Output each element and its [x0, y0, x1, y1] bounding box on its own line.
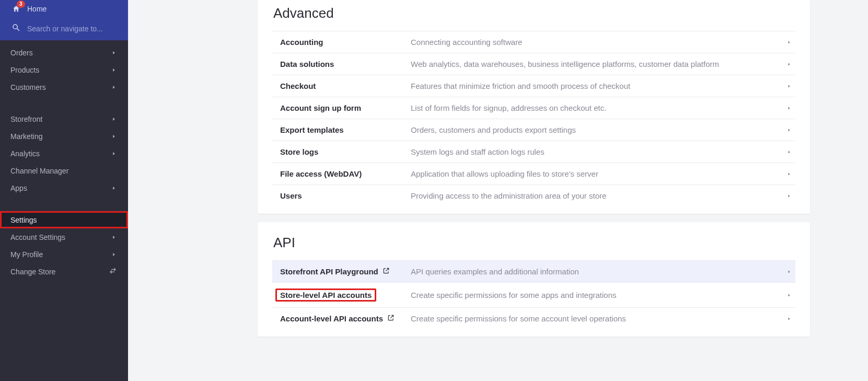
nav-item-label: Settings — [10, 216, 117, 224]
advanced-row-store-logs[interactable]: Store logsSystem logs and staff action l… — [272, 141, 795, 163]
row-desc: Web analytics, data warehouses, business… — [411, 60, 783, 68]
chevron-right-icon — [111, 132, 117, 141]
row-desc: System logs and staff action logs rules — [411, 147, 783, 156]
chevron-right-icon — [111, 115, 117, 123]
advanced-title: Advanced — [272, 5, 795, 31]
search-icon — [11, 23, 27, 34]
chevron-right-icon — [111, 250, 117, 259]
row-title: Export templates — [272, 125, 411, 134]
row-desc: List of form fields for signup, addresse… — [411, 103, 783, 112]
chevron-right-icon — [783, 148, 795, 156]
advanced-row-checkout[interactable]: CheckoutFeatures that minimize friction … — [272, 75, 795, 97]
row-desc: Features that minimize friction and smoo… — [411, 82, 783, 90]
chevron-right-icon — [783, 126, 795, 134]
nav-group-3: SettingsAccount SettingsMy ProfileChange… — [0, 207, 128, 284]
home-icon: 3 — [11, 5, 21, 13]
nav-home-label: Home — [27, 5, 47, 13]
chevron-right-icon — [111, 184, 117, 192]
advanced-row-export-templates[interactable]: Export templatesOrders, customers and pr… — [272, 119, 795, 141]
chevron-right-icon — [783, 292, 795, 299]
search-row[interactable] — [0, 18, 128, 40]
advanced-row-accounting[interactable]: AccountingConnecting accounting software — [272, 31, 795, 53]
chevron-right-icon — [111, 233, 117, 241]
api-title: API — [272, 235, 795, 260]
chevron-right-icon — [111, 49, 117, 57]
row-title: Store logs — [272, 147, 411, 156]
nav-item-label: Marketing — [10, 132, 111, 141]
nav-home[interactable]: 3 Home — [0, 0, 128, 18]
nav-item-label: Customers — [10, 83, 111, 91]
nav-item-change-store[interactable]: Change Store — [0, 263, 128, 280]
row-title: Storefront API Playground — [272, 267, 411, 276]
api-row-account-level-api-accounts[interactable]: Account-level API accountsCreate specifi… — [272, 307, 795, 329]
chevron-right-icon — [111, 83, 117, 91]
search-input[interactable] — [27, 25, 111, 33]
external-link-icon — [383, 267, 390, 276]
advanced-row-account-sign-up-form[interactable]: Account sign up formList of form fields … — [272, 97, 795, 119]
nav-item-customers[interactable]: Customers — [0, 78, 128, 96]
row-title: Store-level API accounts — [272, 288, 411, 302]
row-title: Account-level API accounts — [272, 314, 411, 323]
row-title: Data solutions — [272, 60, 411, 68]
row-desc: API queries examples and additional info… — [411, 267, 783, 276]
nav-group-1: OrdersProductsCustomers — [0, 40, 128, 99]
nav-item-marketing[interactable]: Marketing — [0, 128, 128, 145]
chevron-right-icon — [783, 170, 795, 178]
nav-item-products[interactable]: Products — [0, 61, 128, 78]
notification-badge: 3 — [17, 1, 25, 8]
nav-item-label: Products — [10, 66, 111, 74]
row-title: Accounting — [272, 38, 411, 47]
external-link-icon — [387, 314, 395, 323]
advanced-card: Advanced AccountingConnecting accounting… — [258, 0, 810, 214]
advanced-row-data-solutions[interactable]: Data solutionsWeb analytics, data wareho… — [272, 53, 795, 75]
chevron-right-icon — [783, 192, 795, 200]
chevron-right-icon — [783, 105, 795, 112]
api-row-store-level-api-accounts[interactable]: Store-level API accountsCreate specific … — [272, 282, 795, 307]
nav-item-settings[interactable]: Settings — [0, 211, 128, 228]
nav-item-label: My Profile — [10, 250, 111, 259]
row-desc: Connecting accounting software — [411, 38, 783, 47]
nav-item-label: Storefront — [10, 115, 111, 123]
nav-item-storefront[interactable]: Storefront — [0, 110, 128, 128]
row-title: Account sign up form — [272, 103, 411, 112]
nav-item-label: Change Store — [10, 268, 109, 276]
sidebar: 3 Home OrdersProductsCustomers Storefron… — [0, 0, 128, 381]
row-desc: Orders, customers and products export se… — [411, 125, 783, 134]
nav-item-label: Account Settings — [10, 233, 111, 241]
row-desc: Application that allows uploading files … — [411, 169, 783, 178]
nav-group-2: StorefrontMarketingAnalyticsChannel Mana… — [0, 107, 128, 200]
nav-item-label: Orders — [10, 49, 111, 57]
chevron-right-icon — [783, 83, 795, 90]
row-title: File access (WebDAV) — [272, 169, 411, 178]
main-content: Advanced AccountingConnecting accounting… — [0, 0, 868, 337]
api-card: API Storefront API PlaygroundAPI queries… — [258, 222, 810, 337]
nav-item-apps[interactable]: Apps — [0, 179, 128, 197]
advanced-row-users[interactable]: UsersProviding access to the administrat… — [272, 184, 795, 206]
row-title: Users — [272, 191, 411, 200]
nav-item-my-profile[interactable]: My Profile — [0, 246, 128, 263]
nav-item-label: Analytics — [10, 149, 111, 158]
row-title: Checkout — [272, 82, 411, 90]
nav-item-analytics[interactable]: Analytics — [0, 145, 128, 162]
row-desc: Create specific permissions for some app… — [411, 291, 783, 299]
nav-item-account-settings[interactable]: Account Settings — [0, 228, 128, 246]
api-row-storefront-api-playground[interactable]: Storefront API PlaygroundAPI queries exa… — [272, 260, 795, 282]
nav-item-label: Apps — [10, 184, 111, 192]
sidebar-header: 3 Home — [0, 0, 128, 40]
chevron-right-icon — [783, 268, 795, 275]
nav-item-orders[interactable]: Orders — [0, 44, 128, 61]
swap-icon — [109, 267, 117, 276]
row-desc: Create specific permissions for some acc… — [411, 314, 783, 323]
chevron-right-icon — [111, 149, 117, 158]
row-desc: Providing access to the administration a… — [411, 191, 783, 200]
chevron-right-icon — [783, 61, 795, 68]
chevron-right-icon — [783, 315, 795, 322]
advanced-row-file-access-webdav-[interactable]: File access (WebDAV)Application that all… — [272, 163, 795, 184]
chevron-right-icon — [783, 39, 795, 46]
nav-item-label: Channel Manager — [10, 167, 117, 175]
chevron-right-icon — [111, 66, 117, 74]
nav-item-channel-manager[interactable]: Channel Manager — [0, 162, 128, 179]
